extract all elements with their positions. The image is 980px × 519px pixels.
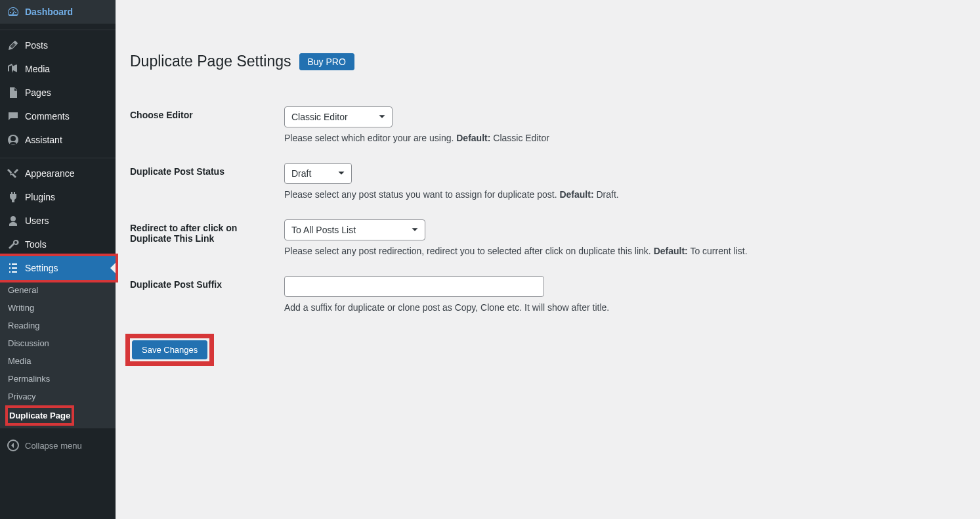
comments-icon	[7, 110, 20, 123]
sidebar-item-assistant[interactable]: Assistant	[0, 128, 116, 152]
sub-item-writing[interactable]: Writing	[0, 299, 116, 317]
sidebar-item-label: Settings	[25, 263, 58, 273]
tools-icon	[7, 238, 20, 251]
active-arrow-icon	[110, 263, 116, 273]
sidebar-item-tools[interactable]: Tools	[0, 233, 116, 256]
save-row: Save Changes	[130, 338, 966, 361]
sub-item-discussion[interactable]: Discussion	[0, 334, 116, 352]
sidebar-item-appearance[interactable]: Appearance	[0, 162, 116, 185]
sidebar-item-users[interactable]: Users	[0, 209, 116, 233]
row-editor: Choose Editor Classic Editor Please sele…	[130, 97, 966, 153]
suffix-description: Add a suffix for duplicate or clone post…	[284, 302, 959, 313]
collapse-menu[interactable]: Collapse menu	[0, 434, 116, 457]
sub-item-privacy[interactable]: Privacy	[0, 388, 116, 405]
assistant-icon	[7, 133, 20, 147]
sidebar-item-dashboard[interactable]: Dashboard	[0, 0, 116, 24]
sidebar-item-label: Dashboard	[25, 7, 73, 17]
main-content: Duplicate Page Settings Buy PRO Choose E…	[116, 0, 980, 519]
label-redirect: Redirect to after click on Duplicate Thi…	[130, 210, 278, 266]
settings-submenu: General Writing Reading Discussion Media…	[0, 280, 116, 428]
redirect-select[interactable]: To All Posts List	[284, 219, 425, 240]
row-status: Duplicate Post Status Draft Please selec…	[130, 153, 966, 210]
sidebar-item-label: Users	[25, 215, 49, 226]
sub-item-duplicate-page[interactable]: Duplicate Page	[8, 408, 72, 423]
admin-sidebar: Dashboard Posts Media Pages Comments Ass…	[0, 0, 116, 519]
row-redirect: Redirect to after click on Duplicate Thi…	[130, 210, 966, 266]
sub-item-media[interactable]: Media	[0, 352, 116, 370]
sidebar-item-label: Media	[25, 64, 50, 74]
plugins-icon	[7, 191, 20, 204]
redirect-description: Please select any post redirection, redi…	[284, 246, 959, 256]
sidebar-separator	[0, 27, 116, 30]
media-icon	[7, 62, 20, 76]
appearance-icon	[7, 167, 20, 180]
page-header: Duplicate Page Settings Buy PRO	[130, 13, 966, 83]
label-editor: Choose Editor	[130, 97, 278, 153]
users-icon	[7, 214, 20, 227]
sidebar-item-label: Assistant	[25, 135, 62, 145]
status-select[interactable]: Draft	[284, 163, 352, 184]
sidebar-item-comments[interactable]: Comments	[0, 104, 116, 128]
sidebar-item-plugins[interactable]: Plugins	[0, 185, 116, 209]
label-status: Duplicate Post Status	[130, 153, 278, 210]
suffix-input[interactable]	[284, 276, 544, 297]
sub-item-permalinks[interactable]: Permalinks	[0, 370, 116, 388]
sidebar-item-label: Tools	[25, 239, 47, 250]
label-suffix: Duplicate Post Suffix	[130, 266, 278, 323]
editor-description: Please select which editor your are usin…	[284, 133, 959, 143]
sidebar-item-pages[interactable]: Pages	[0, 81, 116, 104]
settings-form-table: Choose Editor Classic Editor Please sele…	[130, 97, 966, 323]
dashboard-icon	[7, 5, 20, 18]
editor-select[interactable]: Classic Editor	[284, 106, 393, 127]
save-changes-button[interactable]: Save Changes	[132, 340, 207, 359]
sidebar-item-label: Plugins	[25, 192, 55, 202]
collapse-icon	[7, 439, 20, 452]
pages-icon	[7, 86, 20, 99]
sidebar-item-label: Posts	[25, 40, 48, 51]
sub-item-reading[interactable]: Reading	[0, 317, 116, 334]
settings-icon	[7, 261, 20, 275]
sidebar-item-posts[interactable]: Posts	[0, 34, 116, 57]
page-title: Duplicate Page Settings	[130, 53, 291, 70]
sidebar-item-label: Appearance	[25, 168, 75, 179]
sidebar-item-label: Pages	[25, 87, 51, 98]
row-suffix: Duplicate Post Suffix Add a suffix for d…	[130, 266, 966, 323]
sidebar-item-settings[interactable]: Settings	[0, 256, 116, 280]
buy-pro-button[interactable]: Buy PRO	[299, 53, 354, 70]
sidebar-item-media[interactable]: Media	[0, 57, 116, 81]
status-description: Please select any post status you want t…	[284, 189, 959, 200]
sub-item-general[interactable]: General	[0, 280, 116, 299]
posts-icon	[7, 39, 20, 52]
sidebar-item-label: Comments	[25, 111, 70, 122]
collapse-label: Collapse menu	[25, 441, 82, 451]
sidebar-separator	[0, 155, 116, 158]
